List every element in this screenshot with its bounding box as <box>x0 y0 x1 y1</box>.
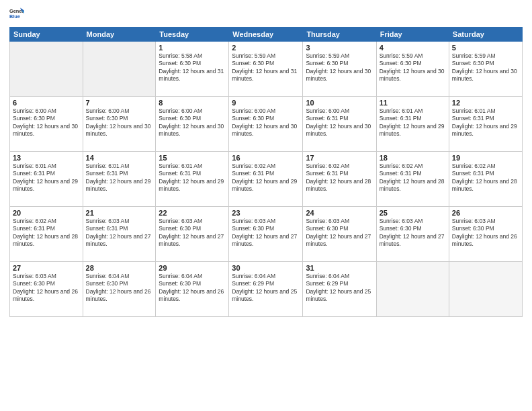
day-info: Sunrise: 6:04 AM Sunset: 6:30 PM Dayligh… <box>86 273 153 304</box>
day-number: 28 <box>86 264 153 272</box>
day-number: 22 <box>159 209 226 217</box>
week-row-0: 1Sunrise: 5:58 AM Sunset: 6:30 PM Daylig… <box>10 42 523 97</box>
weekday-header-wednesday: Wednesday <box>229 28 303 42</box>
day-cell: 22Sunrise: 6:03 AM Sunset: 6:30 PM Dayli… <box>156 207 229 262</box>
day-number: 15 <box>159 154 226 162</box>
day-info: Sunrise: 6:00 AM Sunset: 6:31 PM Dayligh… <box>306 107 373 138</box>
day-cell: 29Sunrise: 6:04 AM Sunset: 6:30 PM Dayli… <box>156 262 229 317</box>
day-info: Sunrise: 6:04 AM Sunset: 6:29 PM Dayligh… <box>232 273 300 304</box>
day-info: Sunrise: 6:04 AM Sunset: 6:29 PM Dayligh… <box>306 273 373 304</box>
day-info: Sunrise: 6:03 AM Sunset: 6:30 PM Dayligh… <box>306 218 373 248</box>
day-number: 6 <box>13 99 80 107</box>
day-info: Sunrise: 6:03 AM Sunset: 6:30 PM Dayligh… <box>232 218 300 248</box>
day-number: 12 <box>452 99 519 107</box>
day-number: 23 <box>232 209 300 217</box>
day-cell: 26Sunrise: 6:03 AM Sunset: 6:30 PM Dayli… <box>449 207 522 262</box>
day-info: Sunrise: 5:59 AM Sunset: 6:30 PM Dayligh… <box>452 52 519 83</box>
day-number: 20 <box>13 209 80 217</box>
day-number: 25 <box>380 209 446 217</box>
day-cell: 30Sunrise: 6:04 AM Sunset: 6:29 PM Dayli… <box>229 262 303 317</box>
week-row-2: 13Sunrise: 6:01 AM Sunset: 6:31 PM Dayli… <box>10 152 523 207</box>
day-cell: 27Sunrise: 6:03 AM Sunset: 6:30 PM Dayli… <box>10 262 83 317</box>
day-info: Sunrise: 6:00 AM Sunset: 6:30 PM Dayligh… <box>86 107 153 138</box>
day-info: Sunrise: 6:01 AM Sunset: 6:31 PM Dayligh… <box>452 107 519 138</box>
day-cell: 31Sunrise: 6:04 AM Sunset: 6:29 PM Dayli… <box>303 262 376 317</box>
day-number: 10 <box>306 99 373 107</box>
day-info: Sunrise: 6:01 AM Sunset: 6:31 PM Dayligh… <box>380 107 446 138</box>
weekday-header-sunday: Sunday <box>10 28 83 42</box>
day-info: Sunrise: 5:59 AM Sunset: 6:30 PM Dayligh… <box>232 52 300 83</box>
day-number: 26 <box>452 209 519 217</box>
day-cell: 19Sunrise: 6:02 AM Sunset: 6:31 PM Dayli… <box>449 152 522 207</box>
logo-icon: General Blue <box>9 7 24 21</box>
day-cell: 8Sunrise: 6:00 AM Sunset: 6:30 PM Daylig… <box>156 97 229 152</box>
day-info: Sunrise: 6:03 AM Sunset: 6:30 PM Dayligh… <box>452 218 519 248</box>
week-row-3: 20Sunrise: 6:02 AM Sunset: 6:31 PM Dayli… <box>10 207 523 262</box>
day-number: 24 <box>306 209 373 217</box>
weekday-header-row: SundayMondayTuesdayWednesdayThursdayFrid… <box>10 28 523 42</box>
day-cell: 6Sunrise: 6:00 AM Sunset: 6:30 PM Daylig… <box>10 97 83 152</box>
day-info: Sunrise: 6:02 AM Sunset: 6:31 PM Dayligh… <box>380 163 446 193</box>
day-number: 19 <box>452 154 519 162</box>
day-cell: 13Sunrise: 6:01 AM Sunset: 6:31 PM Dayli… <box>10 152 83 207</box>
day-number: 5 <box>452 44 519 52</box>
day-cell: 11Sunrise: 6:01 AM Sunset: 6:31 PM Dayli… <box>376 97 449 152</box>
day-cell: 23Sunrise: 6:03 AM Sunset: 6:30 PM Dayli… <box>229 207 303 262</box>
day-info: Sunrise: 5:59 AM Sunset: 6:30 PM Dayligh… <box>306 52 373 83</box>
day-info: Sunrise: 6:00 AM Sunset: 6:30 PM Dayligh… <box>13 107 80 138</box>
day-info: Sunrise: 6:03 AM Sunset: 6:31 PM Dayligh… <box>86 218 153 248</box>
day-cell: 16Sunrise: 6:02 AM Sunset: 6:31 PM Dayli… <box>229 152 303 207</box>
day-cell: 21Sunrise: 6:03 AM Sunset: 6:31 PM Dayli… <box>83 207 156 262</box>
week-row-4: 27Sunrise: 6:03 AM Sunset: 6:30 PM Dayli… <box>10 262 523 317</box>
day-cell <box>83 42 156 97</box>
day-info: Sunrise: 6:03 AM Sunset: 6:30 PM Dayligh… <box>159 218 226 248</box>
day-info: Sunrise: 6:02 AM Sunset: 6:31 PM Dayligh… <box>306 163 373 193</box>
day-cell: 5Sunrise: 5:59 AM Sunset: 6:30 PM Daylig… <box>449 42 522 97</box>
day-info: Sunrise: 6:02 AM Sunset: 6:31 PM Dayligh… <box>452 163 519 193</box>
day-cell: 4Sunrise: 5:59 AM Sunset: 6:30 PM Daylig… <box>376 42 449 97</box>
day-cell: 7Sunrise: 6:00 AM Sunset: 6:30 PM Daylig… <box>83 97 156 152</box>
day-cell: 2Sunrise: 5:59 AM Sunset: 6:30 PM Daylig… <box>229 42 303 97</box>
day-cell: 28Sunrise: 6:04 AM Sunset: 6:30 PM Dayli… <box>83 262 156 317</box>
week-row-1: 6Sunrise: 6:00 AM Sunset: 6:30 PM Daylig… <box>10 97 523 152</box>
calendar: SundayMondayTuesdayWednesdayThursdayFrid… <box>9 27 523 317</box>
day-number: 18 <box>380 154 446 162</box>
day-cell: 3Sunrise: 5:59 AM Sunset: 6:30 PM Daylig… <box>303 42 376 97</box>
day-number: 1 <box>159 44 226 52</box>
day-cell: 10Sunrise: 6:00 AM Sunset: 6:31 PM Dayli… <box>303 97 376 152</box>
day-info: Sunrise: 6:00 AM Sunset: 6:30 PM Dayligh… <box>232 107 300 138</box>
day-cell: 9Sunrise: 6:00 AM Sunset: 6:30 PM Daylig… <box>229 97 303 152</box>
day-number: 3 <box>306 44 373 52</box>
day-number: 11 <box>380 99 446 107</box>
day-number: 30 <box>232 264 300 272</box>
day-cell: 25Sunrise: 6:03 AM Sunset: 6:30 PM Dayli… <box>376 207 449 262</box>
day-number: 29 <box>159 264 226 272</box>
page: General Blue SundayMondayTuesdayWednesda… <box>0 0 532 411</box>
day-info: Sunrise: 6:00 AM Sunset: 6:30 PM Dayligh… <box>159 107 226 138</box>
day-number: 16 <box>232 154 300 162</box>
day-number: 8 <box>159 99 226 107</box>
day-info: Sunrise: 6:01 AM Sunset: 6:31 PM Dayligh… <box>86 163 153 193</box>
day-cell: 18Sunrise: 6:02 AM Sunset: 6:31 PM Dayli… <box>376 152 449 207</box>
day-number: 17 <box>306 154 373 162</box>
weekday-header-tuesday: Tuesday <box>156 28 229 42</box>
day-info: Sunrise: 5:58 AM Sunset: 6:30 PM Dayligh… <box>159 52 226 83</box>
day-cell: 15Sunrise: 6:01 AM Sunset: 6:31 PM Dayli… <box>156 152 229 207</box>
day-info: Sunrise: 6:03 AM Sunset: 6:30 PM Dayligh… <box>13 273 80 304</box>
weekday-header-saturday: Saturday <box>449 28 522 42</box>
weekday-header-friday: Friday <box>376 28 449 42</box>
day-number: 14 <box>86 154 153 162</box>
day-info: Sunrise: 6:02 AM Sunset: 6:31 PM Dayligh… <box>232 163 300 193</box>
day-number: 31 <box>306 264 373 272</box>
day-cell: 24Sunrise: 6:03 AM Sunset: 6:30 PM Dayli… <box>303 207 376 262</box>
header: General Blue <box>9 7 523 21</box>
day-info: Sunrise: 6:01 AM Sunset: 6:31 PM Dayligh… <box>159 163 226 193</box>
day-number: 4 <box>380 44 446 52</box>
day-cell <box>10 42 83 97</box>
day-number: 2 <box>232 44 300 52</box>
day-info: Sunrise: 6:02 AM Sunset: 6:31 PM Dayligh… <box>13 218 80 248</box>
day-cell: 1Sunrise: 5:58 AM Sunset: 6:30 PM Daylig… <box>156 42 229 97</box>
weekday-header-thursday: Thursday <box>303 28 376 42</box>
day-number: 13 <box>13 154 80 162</box>
day-info: Sunrise: 6:04 AM Sunset: 6:30 PM Dayligh… <box>159 273 226 304</box>
